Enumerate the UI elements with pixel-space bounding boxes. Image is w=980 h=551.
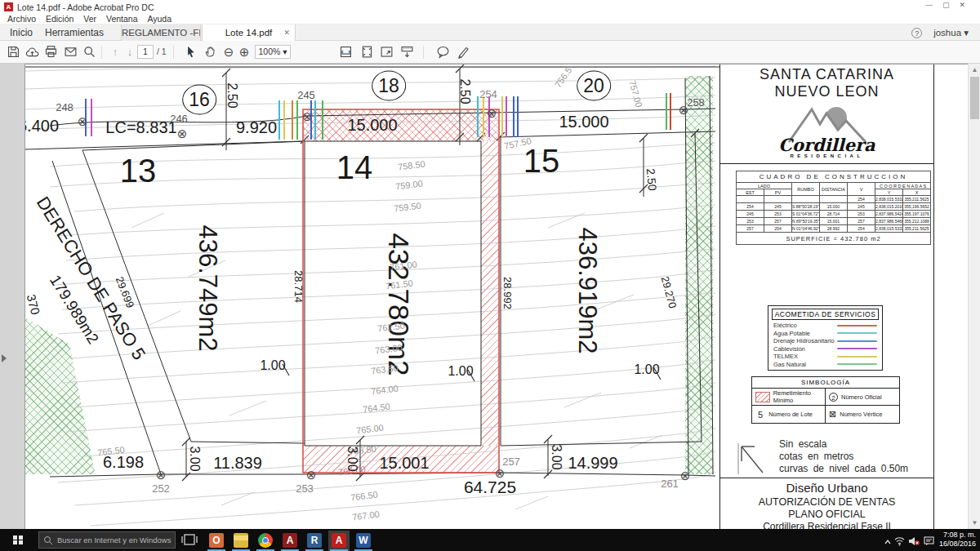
- service-line: [322, 100, 323, 140]
- footer-plano-oficial: PLANO OFICIAL: [720, 509, 933, 520]
- tab-close-icon[interactable]: ✕: [283, 24, 290, 41]
- zoom-level-select[interactable]: 100% ▾: [255, 45, 291, 59]
- scrollbar-thumb[interactable]: [970, 77, 979, 119]
- title-block-footer: Diseño Urbano AUTORIZACIÓN DE VENTAS PLA…: [720, 478, 933, 529]
- plan-label: 246: [170, 113, 188, 124]
- share-button[interactable]: [23, 44, 41, 60]
- service-line: [666, 93, 667, 130]
- vertical-scrollbar[interactable]: ▲ ▼: [968, 64, 980, 529]
- menu-ayuda[interactable]: Ayuda: [147, 14, 172, 24]
- taskbar-app-word[interactable]: W: [353, 531, 374, 551]
- fit-page-button[interactable]: [358, 44, 376, 60]
- plan-label: 1.00: [448, 365, 473, 378]
- maximize-button[interactable]: ▢: [942, 1, 960, 9]
- toolbar: ↑ ↓ 1 / 1 ⊖ ⊕ 100% ▾: [0, 41, 980, 64]
- menu-ver[interactable]: Ver: [83, 14, 96, 24]
- start-button[interactable]: [0, 529, 38, 551]
- scroll-up-icon[interactable]: ▲: [969, 64, 980, 76]
- expand-panel-arrow-icon[interactable]: [2, 354, 7, 362]
- taskbar-app-outlook[interactable]: O: [206, 531, 227, 551]
- symbology-numero-vertice: ⊠Número Vértice: [826, 406, 899, 423]
- vertex-marker: ⊗: [156, 469, 167, 481]
- plan-label: 2.50: [645, 168, 658, 191]
- official-number-label: 20: [577, 71, 611, 101]
- taskbar-app-revit[interactable]: R: [304, 531, 325, 551]
- tab-lote14[interactable]: Lote 14.pdf ✕: [202, 24, 296, 41]
- window-title: Lote 14.pdf - Adobe Acrobat Pro DC: [17, 2, 154, 12]
- plan-label: 6.198: [103, 454, 144, 470]
- page-number-input[interactable]: 1: [137, 45, 154, 59]
- touch-mode-button[interactable]: [398, 44, 416, 60]
- symbology-legend: SIMBOLOGÍA Remetimiento Mínimo 2Número O…: [751, 376, 900, 424]
- symbology-numero-lote: 5Número de Lote: [752, 406, 826, 423]
- vertex-marker: ⊗: [679, 104, 689, 116]
- tray-chevron-icon[interactable]: [884, 535, 892, 549]
- minimize-button[interactable]: —: [925, 1, 942, 9]
- menu-archivo[interactable]: Archivo: [7, 14, 36, 24]
- logo-subtitle: RESIDENCIAL: [720, 153, 933, 158]
- plan-label: 2.50: [225, 82, 238, 108]
- close-button[interactable]: ✕: [959, 1, 975, 9]
- service-legend-item: Drenaje Hidrosanitario: [768, 337, 882, 345]
- scroll-down-icon[interactable]: ▼: [969, 517, 980, 529]
- select-tool[interactable]: [181, 44, 199, 60]
- service-line: [517, 96, 519, 137]
- help-icon[interactable]: ?: [911, 28, 922, 38]
- service-legend-item: Gas Natural: [768, 361, 882, 369]
- plan-label: 2.50: [458, 78, 471, 104]
- acrobat-app-icon: A: [4, 2, 13, 11]
- construction-table: CUADRO DE CONSTRUCCION LADO RUMBO DISTAN…: [736, 171, 931, 245]
- official-number-label: 18: [372, 71, 406, 101]
- taskbar-clock[interactable]: 7:08 p. m. 16/08/2016: [927, 531, 976, 549]
- construction-table-title: CUADRO DE CONSTRUCCION: [737, 171, 931, 183]
- wifi-icon[interactable]: [894, 535, 905, 549]
- menu-edicion[interactable]: Edición: [46, 14, 74, 24]
- hand-tool[interactable]: [201, 44, 219, 60]
- plan-label: 253: [296, 483, 314, 494]
- tab-reglamento[interactable]: REGLAMENTO -FIN...: [121, 24, 201, 41]
- plan-label: 64.725: [464, 478, 516, 495]
- user-menu[interactable]: joshua ▾: [933, 28, 969, 38]
- taskbar-app-autocad[interactable]: A: [279, 531, 301, 551]
- service-line: [283, 100, 285, 140]
- plan-label: 252: [152, 483, 170, 494]
- tab-inicio[interactable]: Inicio: [10, 27, 33, 38]
- vertex-marker: ⊗: [177, 127, 188, 140]
- menu-ventana[interactable]: Ventana: [106, 14, 138, 24]
- vertex-marker: ⊗: [495, 467, 506, 479]
- taskbar-app-acrobat[interactable]: A: [328, 531, 350, 551]
- search-icon[interactable]: [80, 44, 98, 60]
- tab-bar: Inicio Herramientas REGLAMENTO -FIN... L…: [0, 24, 980, 41]
- page-down-button[interactable]: ↓: [121, 44, 139, 60]
- service-line: [278, 100, 280, 140]
- construction-table-row: 2542,838,015.5332355,211.5625: [737, 196, 931, 203]
- zoom-in-button[interactable]: ⊕: [235, 44, 253, 60]
- service-line: [501, 96, 503, 137]
- comment-button[interactable]: [434, 44, 452, 60]
- service-line: [483, 96, 484, 137]
- plan-label: 436.919m2: [575, 227, 600, 353]
- plan-label: 432.780m2: [385, 233, 413, 375]
- logo-name: Cordillera: [720, 135, 933, 155]
- task-view-button[interactable]: [181, 533, 199, 547]
- construction-table-row: 257254N 01°04'46.92" W28.9922542,838,015…: [737, 225, 931, 233]
- services-legend-title: ACOMETIDA DE SERVICIOS: [772, 309, 879, 320]
- taskbar-app-chrome[interactable]: [255, 531, 276, 551]
- print-button[interactable]: [42, 44, 60, 60]
- circled-number-icon: 2: [829, 393, 838, 402]
- fullscreen-button[interactable]: [377, 44, 395, 60]
- save-button[interactable]: [4, 44, 22, 60]
- red-hatch-swatch: [755, 392, 770, 402]
- taskbar-search-input[interactable]: Buscar en Internet y en Windows: [38, 531, 176, 549]
- service-legend-item: Eléctrico: [768, 322, 882, 330]
- taskbar-app-explorer[interactable]: [230, 531, 252, 551]
- service-line: [477, 96, 479, 137]
- tab-herramientas[interactable]: Herramientas: [45, 27, 104, 38]
- vertex-marker: ⊗: [302, 110, 313, 122]
- fit-width-button[interactable]: [336, 44, 354, 60]
- sign-pen-button[interactable]: [454, 44, 472, 60]
- volume-muted-icon[interactable]: [908, 535, 920, 549]
- services-legend: ACOMETIDA DE SERVICIOS EléctricoAgua Pot…: [768, 305, 883, 371]
- email-button[interactable]: [61, 44, 79, 60]
- symbology-title: SIMBOLOGÍA: [752, 377, 899, 389]
